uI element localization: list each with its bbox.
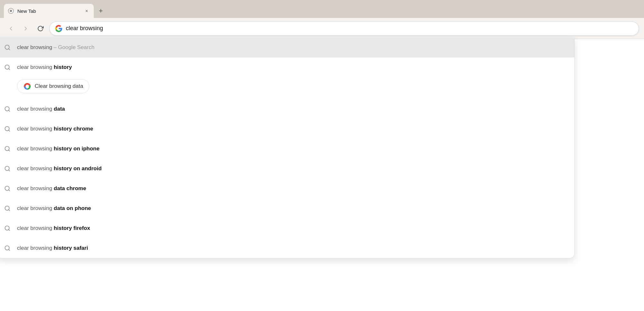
dropdown-item-2[interactable]: clear browsing data [0,99,574,119]
forward-icon [22,25,29,32]
back-button[interactable] [5,23,17,34]
svg-line-8 [9,110,10,111]
svg-point-6 [26,85,29,88]
dropdown-item-9[interactable]: clear browsing history safari [0,238,574,258]
chrome-logo [23,82,31,90]
dropdown-item-0[interactable]: clear browsing – Google Search [0,38,574,57]
refresh-icon [37,25,44,32]
new-tab-button[interactable]: + [95,5,107,17]
google-g-logo [55,25,63,32]
dropdown-item-text-8: clear browsing history firefox [17,225,90,231]
autocomplete-dropdown: clear browsing – Google Search clear bro… [0,38,575,258]
chrome-action-label: Clear browsing data [35,83,83,89]
search-icon-5 [4,165,11,172]
dropdown-item-3[interactable]: clear browsing history chrome [0,119,574,139]
dropdown-item-7[interactable]: clear browsing data on phone [0,198,574,218]
address-input[interactable] [66,25,633,32]
back-icon [8,25,14,32]
dropdown-item-1[interactable]: clear browsing history [0,57,574,77]
svg-point-1 [10,10,12,12]
tab-favicon [8,8,14,14]
svg-line-18 [9,209,10,211]
toolbar: clear browsing – Google Search clear bro… [0,18,644,39]
dropdown-item-text-4: clear browsing history on iphone [17,146,100,152]
search-icon-8 [4,224,11,232]
svg-line-10 [9,130,10,131]
search-icon-3 [4,125,11,133]
active-tab[interactable]: New Tab × [4,4,94,18]
search-icon-7 [4,205,11,212]
search-icon-6 [4,185,11,192]
dropdown-item-text-5: clear browsing history on android [17,165,102,172]
search-icon-4 [4,145,11,153]
dropdown-item-5[interactable]: clear browsing history on android [0,159,574,179]
svg-line-12 [9,150,10,151]
chrome-chip-row: Clear browsing data [0,77,574,99]
search-icon-2 [4,105,11,113]
forward-button[interactable] [20,23,31,34]
svg-line-20 [9,229,10,231]
dropdown-item-text-6: clear browsing data chrome [17,185,86,192]
dropdown-item-6[interactable]: clear browsing data chrome [0,179,574,198]
dropdown-item-text-2: clear browsing data [17,106,65,112]
dropdown-item-text-7: clear browsing data on phone [17,205,91,212]
dropdown-item-text-1: clear browsing history [17,64,72,71]
chrome-action-chip[interactable]: Clear browsing data [17,79,89,93]
tab-close-button[interactable]: × [83,8,90,14]
dropdown-item-text-9: clear browsing history safari [17,245,88,251]
search-icon-0 [4,44,11,51]
refresh-button[interactable] [35,23,46,34]
tab-bar: New Tab × + [0,0,644,18]
search-icon-9 [4,244,11,252]
dropdown-item-8[interactable]: clear browsing history firefox [0,218,574,238]
address-bar[interactable] [49,21,639,36]
svg-line-14 [9,170,10,171]
tab-title: New Tab [17,8,80,14]
svg-line-5 [9,68,10,70]
address-bar-container: clear browsing – Google Search clear bro… [49,21,639,36]
svg-line-16 [9,189,10,191]
svg-line-22 [9,249,10,250]
search-icon-1 [4,63,11,71]
svg-line-3 [9,48,10,50]
dropdown-item-4[interactable]: clear browsing history on iphone [0,139,574,159]
dropdown-item-text-0: clear browsing – Google Search [17,44,94,51]
dropdown-item-text-3: clear browsing history chrome [17,126,93,132]
